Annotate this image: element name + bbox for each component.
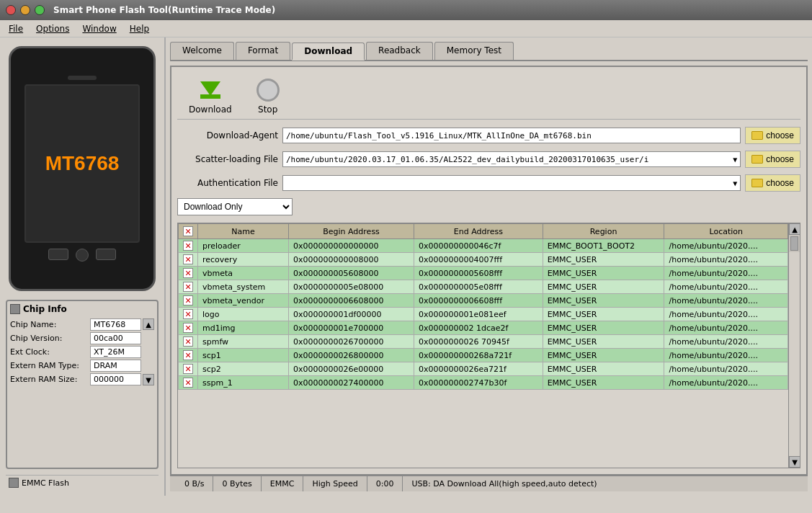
ext-clock-value: XT_26M <box>90 346 141 358</box>
tab-welcome[interactable]: Welcome <box>170 42 234 60</box>
chip-scroll-up[interactable]: ▲ <box>143 318 154 330</box>
row-begin-1: 0x000000000008000 <box>289 253 414 267</box>
row-end-10: 0x000000002747b30f <box>414 376 543 390</box>
tab-memory-test[interactable]: Memory Test <box>434 42 514 60</box>
chip-fields: Chip Name: MT6768 Chip Version: 00ca00 E… <box>10 318 141 385</box>
table-body: ✕ preloader 0x000000000000000 0x00000000… <box>179 239 788 390</box>
chip-name-value: MT6768 <box>90 318 141 331</box>
row-check-cell: ✕ <box>179 376 198 390</box>
row-checkbox-5[interactable]: ✕ <box>183 309 193 319</box>
scatter-file-label: Scatter-loading File <box>177 154 278 164</box>
row-name-2: vbmeta <box>198 267 289 280</box>
choose-label-3: choose <box>766 178 794 188</box>
row-begin-7: 0x0000000026700000 <box>289 335 414 349</box>
chip-scroll-down[interactable]: ▼ <box>143 374 154 385</box>
table-row: ✕ recovery 0x000000000008000 0x000000000… <box>179 253 788 267</box>
tab-readback[interactable]: Readback <box>366 42 433 60</box>
phone-speaker <box>68 76 97 80</box>
minimize-btn[interactable] <box>20 5 30 15</box>
table-header-row: ✕ Name Begin Address End Address Region … <box>179 224 788 239</box>
close-btn[interactable] <box>6 5 16 15</box>
row-checkbox-2[interactable]: ✕ <box>183 268 193 278</box>
auth-file-label: Authentication File <box>177 178 278 188</box>
choose-label-2: choose <box>766 154 794 164</box>
row-location-5: /home/ubuntu/2020.... <box>664 308 788 321</box>
table-row: ✕ vbmeta_vendor 0x0000000006608000 0x000… <box>179 294 788 308</box>
phone-buttons <box>48 249 116 262</box>
row-checkbox-9[interactable]: ✕ <box>183 364 193 374</box>
status-mode: High Speed <box>303 476 367 491</box>
row-begin-6: 0x000000001e700000 <box>289 321 414 335</box>
table-scrollbar[interactable]: ▲ ▼ <box>788 223 800 468</box>
auth-file-row: Authentication File ▼ choose <box>177 174 800 192</box>
left-panel: MT6768 Chip Info Chip Name: MT6768 Chip … <box>0 37 166 496</box>
download-agent-label: Download-Agent <box>177 130 278 140</box>
row-location-6: /home/ubuntu/2020.... <box>664 321 788 335</box>
row-checkbox-8[interactable]: ✕ <box>183 350 193 360</box>
chip-info-title: Chip Info <box>23 304 67 314</box>
row-location-10: /home/ubuntu/2020.... <box>664 376 788 390</box>
scatter-file-value: /home/ubuntu/2020.03.17_01.06.35/AL2522_… <box>286 155 733 164</box>
download-label: Download <box>189 104 232 115</box>
row-location-0: /home/ubuntu/2020.... <box>664 239 788 253</box>
emmc-label: EMMC Flash <box>22 478 69 488</box>
row-region-7: EMMC_USER <box>543 335 664 349</box>
row-checkbox-0[interactable]: ✕ <box>183 241 193 251</box>
row-location-1: /home/ubuntu/2020.... <box>664 253 788 267</box>
table-scroll-down[interactable]: ▼ <box>789 456 800 468</box>
download-agent-choose-button[interactable]: choose <box>745 127 800 144</box>
stop-label: Stop <box>258 104 277 115</box>
download-agent-input[interactable] <box>282 128 741 143</box>
phone-screen: MT6768 <box>24 84 140 243</box>
col-begin: Begin Address <box>289 224 414 239</box>
row-end-3: 0x0000000005e08fff <box>414 280 543 294</box>
menu-help[interactable]: Help <box>124 22 155 35</box>
scatter-file-input[interactable]: /home/ubuntu/2020.03.17_01.06.35/AL2522_… <box>282 151 741 167</box>
tab-download[interactable]: Download <box>292 43 365 61</box>
row-location-2: /home/ubuntu/2020.... <box>664 267 788 280</box>
mode-dropdown[interactable]: Download Only Firmware Upgrade Format Al… <box>177 198 293 215</box>
row-name-7: spmfw <box>198 335 289 349</box>
main-layout: MT6768 Chip Info Chip Name: MT6768 Chip … <box>0 37 812 496</box>
table-row: ✕ vbmeta_system 0x0000000005e08000 0x000… <box>179 280 788 294</box>
menu-window[interactable]: Window <box>76 22 122 35</box>
row-checkbox-10[interactable]: ✕ <box>183 378 193 388</box>
phone-graphic: MT6768 <box>9 46 156 291</box>
row-check-cell: ✕ <box>179 239 198 253</box>
status-time: 0:00 <box>367 476 403 491</box>
row-checkbox-4[interactable]: ✕ <box>183 295 193 305</box>
stop-button[interactable]: Stop <box>249 76 287 116</box>
row-location-9: /home/ubuntu/2020.... <box>664 362 788 376</box>
folder-icon-3 <box>751 179 763 187</box>
table-row: ✕ vbmeta 0x000000005608000 0x00000000056… <box>179 267 788 280</box>
auth-dropdown-arrow[interactable]: ▼ <box>733 179 737 187</box>
col-check: ✕ <box>179 224 198 239</box>
auth-file-choose-button[interactable]: choose <box>745 174 800 192</box>
status-bar: 0 B/s 0 Bytes EMMC High Speed 0:00 USB: … <box>170 476 808 491</box>
table-scroll-thumb[interactable] <box>790 236 798 251</box>
auth-file-input[interactable]: ▼ <box>282 175 741 191</box>
phone-menu-btn <box>96 249 116 260</box>
folder-icon <box>751 131 763 140</box>
row-checkbox-3[interactable]: ✕ <box>183 282 193 292</box>
menu-options[interactable]: Options <box>30 22 75 35</box>
check-all-checkbox[interactable]: ✕ <box>183 226 193 236</box>
scatter-dropdown-arrow[interactable]: ▼ <box>733 156 737 164</box>
row-checkbox-1[interactable]: ✕ <box>183 254 193 264</box>
window-title: Smart Phone Flash Tool(Runtime Trace Mod… <box>53 5 275 15</box>
titlebar: Smart Phone Flash Tool(Runtime Trace Mod… <box>0 0 812 20</box>
row-checkbox-7[interactable]: ✕ <box>183 336 193 347</box>
download-button[interactable]: Download <box>183 76 238 116</box>
row-begin-8: 0x0000000026800000 <box>289 349 414 362</box>
menu-file[interactable]: File <box>3 22 29 35</box>
maximize-btn[interactable] <box>35 5 45 15</box>
stop-icon <box>255 77 281 103</box>
row-check-cell: ✕ <box>179 362 198 376</box>
table-scroll-up[interactable]: ▲ <box>789 223 800 235</box>
scatter-file-choose-button[interactable]: choose <box>745 151 800 168</box>
chip-name-label: Chip Name: <box>10 320 87 329</box>
extern-ram-type-value: DRAM <box>90 360 141 372</box>
tab-format[interactable]: Format <box>236 42 290 60</box>
row-end-8: 0x000000000268a721f <box>414 349 543 362</box>
row-checkbox-6[interactable]: ✕ <box>183 323 193 333</box>
